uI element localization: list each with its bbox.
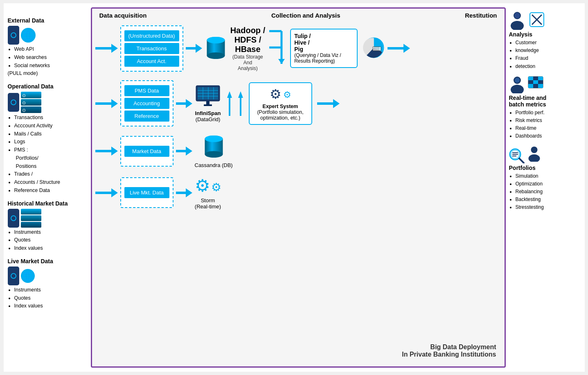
svg-point-36 — [511, 85, 524, 93]
vertical-arrows-section — [227, 91, 243, 116]
svg-rect-43 — [533, 80, 538, 84]
acq-header: Data acquisition — [99, 12, 147, 19]
storm-section: ⚙ ⚙ Storm(Real-time) — [195, 176, 221, 210]
y-connector-row1 — [269, 23, 288, 74]
live-market-title: Live Market Data — [8, 257, 88, 266]
infinispan-label: InfiniSpan(DataGrid) — [195, 110, 221, 122]
track4-left-arrow — [95, 188, 118, 198]
svg-rect-41 — [538, 77, 543, 80]
track-3: Market Data — [95, 134, 501, 168]
dashed-box-row2: PMS Data Accounting Reference — [120, 80, 173, 127]
diagram-header: Data acquisition Collection and Analysis… — [95, 12, 501, 19]
portfolios-icon-area — [509, 146, 581, 165]
coll-header: Collection and Analysis — [271, 12, 340, 19]
hadoop-label: Hadoop / HDFS / HBase (Data Storage And … — [230, 26, 266, 71]
to-storm-arrow — [176, 188, 192, 198]
track1-left-arrow — [95, 43, 118, 53]
pig-label: Pig — [294, 46, 354, 52]
portfolios-section: Portfolios Simulation Optimization Rebal… — [509, 146, 581, 212]
svg-rect-23 — [206, 101, 210, 104]
left-column: External Data 🌐 Web API Web searches Soc… — [8, 7, 88, 368]
operational-data-list: Transactions Acccount Activity Mails / C… — [8, 114, 88, 194]
svg-point-27 — [205, 151, 223, 158]
historical-market-list: Instruments Quotes Index values — [8, 228, 88, 252]
analysis-title: Analysis — [509, 31, 581, 38]
svg-rect-47 — [538, 84, 543, 88]
reference-item: Reference — [124, 111, 169, 122]
transactions-item: Transactions — [124, 43, 179, 54]
svg-point-55 — [528, 154, 540, 162]
restitution-box-row1: Tulip / Hive / Pig (Querying / Data Viz … — [290, 29, 358, 68]
querying-label: (Querying / Data Viz / — [294, 52, 354, 58]
hive-label: Hive / — [294, 39, 354, 46]
svg-line-53 — [519, 158, 524, 163]
track3-left-arrow — [95, 146, 118, 156]
hadoop-db-icon — [205, 35, 227, 62]
storm-gears-icon: ⚙ ⚙ — [195, 176, 221, 196]
tulip-label: Tulip / — [294, 33, 354, 39]
external-device-icons: 🌐 — [8, 26, 88, 45]
track-4: Live Mkt. Data ⚙ ⚙ Storm(Real-time) — [95, 176, 501, 210]
cassandra-section: Cassandra (DB) — [195, 134, 233, 168]
acq-to-hadoop-arrow — [186, 43, 202, 53]
pie-chart-icon — [363, 36, 385, 61]
dashed-box-row3: Market Data — [120, 136, 173, 167]
track-2: PMS Data Accounting Reference — [95, 80, 501, 127]
lmd-globe-icon: 🌐 — [21, 269, 35, 283]
hmd-phone-icon — [8, 209, 19, 228]
operational-data-title: Operational Data — [8, 82, 88, 91]
phone-icon — [8, 26, 19, 45]
live-market-list: Instruments Quotes Index values — [8, 286, 88, 310]
external-data-list: Web API Web searches Social networks (PU… — [8, 45, 88, 77]
middle-diagram: Data acquisition Collection and Analysis… — [91, 7, 506, 368]
server-stack-icon: ⊙ ⊙ ⊙ — [21, 92, 41, 113]
lmd-phone-icon — [8, 267, 19, 285]
svg-point-31 — [514, 13, 520, 18]
infinispan-section: InfiniSpan(DataGrid) — [195, 84, 221, 122]
pms-data-item: PMS Data — [124, 85, 169, 96]
rest-to-right-arrow — [387, 43, 410, 53]
operational-device-icons: ⊙ ⊙ ⊙ — [8, 92, 88, 113]
to-infinispan-section — [176, 99, 192, 108]
realtime-section: Real-time andbatch metrics Portfolio per… — [509, 76, 581, 140]
analysis-icon-area — [509, 11, 581, 31]
portfolios-title: Portfolios — [509, 165, 581, 171]
footer-label: Big Data Deployment In Private Banking I… — [402, 343, 496, 358]
svg-rect-42 — [528, 80, 533, 84]
svg-rect-39 — [528, 77, 533, 80]
svg-marker-7 — [278, 59, 285, 64]
expert-to-right-arrow — [317, 99, 340, 108]
analyst-person-icon — [509, 11, 525, 31]
hmd-server-icon — [21, 209, 41, 228]
live-mkt-item: Live Mkt. Data — [124, 187, 169, 198]
metrics-person-icon — [509, 76, 525, 95]
dashed-box-row1: (Unstructured Data) Transactions Account… — [120, 25, 183, 72]
svg-point-3 — [207, 37, 225, 43]
realtime-icon-area — [509, 76, 581, 95]
svg-rect-24 — [204, 104, 212, 106]
account-act-item: Account Act. — [124, 56, 179, 67]
svg-rect-46 — [533, 84, 538, 88]
main-container: External Data 🌐 Web API Web searches Soc… — [4, 3, 585, 372]
realtime-list: Portfolio perf. Risk metrics Real-time D… — [509, 109, 581, 140]
svg-rect-40 — [533, 77, 538, 80]
rest-header: Restitution — [465, 12, 497, 19]
dashed-box-row4: Live Mkt. Data — [120, 177, 173, 208]
portfolios-list: Simulation Optimization Rebalancing Back… — [509, 172, 581, 212]
to-cassandra-arrow — [176, 146, 192, 156]
unstructured-data-item: (Unstructured Data) — [124, 30, 179, 41]
expert-label: Expert System (Portfolio simulation,opti… — [254, 104, 307, 121]
expert-gear-icons: ⚙ ⚙ — [254, 86, 307, 102]
historical-device-icons — [8, 209, 88, 228]
historical-market-title: Historical Market Data — [8, 199, 88, 208]
server-phone-icon — [8, 93, 19, 112]
track-1: (Unstructured Data) Transactions Account… — [95, 23, 501, 74]
accounting-item: Accounting — [124, 98, 169, 109]
live-device-icons: 🌐 — [8, 267, 88, 285]
svg-point-54 — [531, 147, 537, 153]
analysis-tools-icon — [529, 11, 545, 29]
hadoop-section: Hadoop / HDFS / HBase (Data Storage And … — [205, 26, 266, 71]
svg-point-37 — [515, 78, 520, 83]
svg-point-28 — [205, 136, 223, 142]
metrics-grid-icon — [528, 76, 543, 90]
